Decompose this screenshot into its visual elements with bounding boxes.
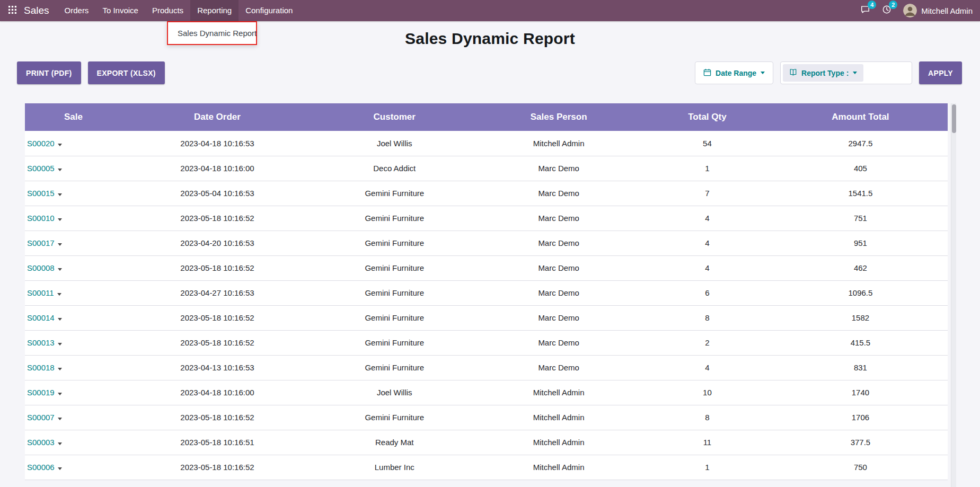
- sale-order-link[interactable]: S00010: [27, 214, 55, 223]
- date-order-cell: 2023-04-18 10:16:00: [122, 380, 313, 405]
- sale-order-link[interactable]: S00017: [27, 238, 55, 247]
- caret-down-icon[interactable]: [58, 368, 62, 370]
- messages-badge: 4: [868, 1, 876, 9]
- app-brand[interactable]: Sales: [24, 5, 49, 16]
- col-sale: Sale: [25, 103, 122, 131]
- table-row: S00019 2023-04-18 10:16:00 Joel Willis M…: [25, 380, 948, 405]
- caret-down-icon[interactable]: [58, 268, 62, 271]
- sale-order-link[interactable]: S00014: [27, 313, 55, 322]
- amount-total-cell: 415.5: [773, 330, 948, 355]
- report-type-dropdown[interactable]: Report Type :: [783, 64, 863, 82]
- total-qty-cell: 54: [641, 131, 773, 156]
- user-menu[interactable]: Mitchell Admin: [903, 4, 973, 17]
- salesperson-cell: Marc Demo: [476, 355, 641, 380]
- table-row: S00013 2023-05-18 10:16:52 Gemini Furnit…: [25, 330, 948, 355]
- date-order-cell: 2023-05-04 10:16:53: [122, 181, 313, 206]
- customer-cell: Gemini Furniture: [313, 181, 476, 206]
- sale-cell: S00006: [25, 455, 122, 480]
- amount-total-cell: 831: [773, 355, 948, 380]
- caret-down-icon[interactable]: [58, 218, 62, 221]
- sale-order-link[interactable]: S00020: [27, 139, 55, 148]
- activities-badge: 2: [889, 1, 897, 9]
- print-pdf-button[interactable]: PRINT (PDF): [17, 61, 81, 84]
- total-qty-cell: 7: [641, 181, 773, 206]
- date-order-cell: 2023-05-18 10:16:52: [122, 330, 313, 355]
- menu-reporting[interactable]: Reporting: [190, 0, 239, 21]
- caret-down-icon[interactable]: [58, 243, 62, 246]
- col-customer: Customer: [313, 103, 476, 131]
- sale-order-link[interactable]: S00015: [27, 189, 55, 198]
- caret-down-icon[interactable]: [58, 318, 62, 321]
- col-date-order: Date Order: [122, 103, 313, 131]
- scrollbar-thumb[interactable]: [952, 104, 956, 133]
- sale-order-link[interactable]: S00006: [27, 463, 55, 472]
- caret-down-icon[interactable]: [58, 144, 62, 146]
- date-range-dropdown[interactable]: Date Range: [695, 61, 773, 84]
- apps-menu-button[interactable]: [4, 6, 21, 15]
- sale-order-link[interactable]: S00007: [27, 413, 55, 422]
- table-row: S00005 2023-04-18 10:16:00 Deco Addict M…: [25, 156, 948, 181]
- caret-down-icon[interactable]: [58, 343, 62, 346]
- activities-button[interactable]: 2: [882, 5, 891, 16]
- caret-down-icon[interactable]: [57, 293, 61, 296]
- sale-order-link[interactable]: S00013: [27, 338, 55, 347]
- total-qty-cell: 10: [641, 380, 773, 405]
- menu-products[interactable]: Products: [145, 0, 190, 21]
- avatar: [903, 4, 917, 17]
- salesperson-cell: Mitchell Admin: [476, 131, 641, 156]
- date-order-cell: 2023-05-18 10:16:52: [122, 255, 313, 280]
- menu-orders[interactable]: Orders: [58, 0, 96, 21]
- salesperson-cell: Marc Demo: [476, 156, 641, 181]
- salesperson-cell: Mitchell Admin: [476, 405, 641, 430]
- menu-sales-dynamic-report[interactable]: Sales Dynamic Report: [168, 23, 256, 43]
- export-xlsx-button[interactable]: EXPORT (XLSX): [88, 61, 165, 84]
- sale-cell: S00015: [25, 181, 122, 206]
- messages-button[interactable]: 4: [860, 5, 870, 16]
- table-row: S00020 2023-04-18 10:16:53 Joel Willis M…: [25, 131, 948, 156]
- sale-cell: S00017: [25, 231, 122, 255]
- caret-down-icon[interactable]: [58, 467, 62, 470]
- date-order-cell: 2023-04-27 10:16:53: [122, 280, 313, 305]
- sale-order-link[interactable]: S00008: [27, 263, 55, 272]
- reporting-dropdown: Sales Dynamic Report: [167, 21, 257, 45]
- sale-order-link[interactable]: S00019: [27, 388, 55, 397]
- amount-total-cell: 377.5: [773, 430, 948, 455]
- col-sales-person: Sales Person: [476, 103, 641, 131]
- caret-down-icon[interactable]: [58, 193, 62, 196]
- salesperson-cell: Mitchell Admin: [476, 380, 641, 405]
- col-total-qty: Total Qty: [641, 103, 773, 131]
- total-qty-cell: 8: [641, 305, 773, 330]
- amount-total-cell: 1096.5: [773, 280, 948, 305]
- apps-grid-icon: [8, 6, 16, 15]
- amount-total-cell: 751: [773, 206, 948, 231]
- total-qty-cell: 1: [641, 455, 773, 480]
- book-icon: [789, 68, 797, 77]
- customer-cell: Gemini Furniture: [313, 305, 476, 330]
- caret-down-icon[interactable]: [58, 169, 62, 171]
- sale-order-link[interactable]: S00018: [27, 363, 55, 372]
- sale-order-link[interactable]: S00003: [27, 438, 55, 447]
- table-row: S00015 2023-05-04 10:16:53 Gemini Furnit…: [25, 181, 948, 206]
- caret-down-icon[interactable]: [58, 442, 62, 445]
- amount-total-cell: 1541.5: [773, 181, 948, 206]
- caret-down-icon[interactable]: [58, 418, 62, 420]
- sale-order-link[interactable]: S00011: [27, 288, 54, 297]
- customer-cell: Joel Willis: [313, 380, 476, 405]
- customer-cell: Gemini Furniture: [313, 280, 476, 305]
- toolbar: PRINT (PDF) EXPORT (XLSX) Date Range: [17, 61, 962, 84]
- salesperson-cell: Marc Demo: [476, 280, 641, 305]
- date-order-cell: 2023-04-18 10:16:00: [122, 156, 313, 181]
- caret-down-icon: [761, 72, 765, 74]
- table-scrollbar[interactable]: [951, 103, 956, 487]
- sale-order-link[interactable]: S00005: [27, 164, 55, 173]
- menu-configuration[interactable]: Configuration: [239, 0, 299, 21]
- apply-button[interactable]: APPLY: [919, 61, 962, 84]
- date-order-cell: 2023-04-20 10:16:53: [122, 231, 313, 255]
- customer-cell: Gemini Furniture: [313, 255, 476, 280]
- table-row: S00017 2023-04-20 10:16:53 Gemini Furnit…: [25, 231, 948, 255]
- date-order-cell: 2023-05-18 10:16:52: [122, 206, 313, 231]
- date-range-label: Date Range: [716, 69, 756, 77]
- customer-cell: Joel Willis: [313, 131, 476, 156]
- caret-down-icon[interactable]: [58, 393, 62, 395]
- menu-to-invoice[interactable]: To Invoice: [95, 0, 145, 21]
